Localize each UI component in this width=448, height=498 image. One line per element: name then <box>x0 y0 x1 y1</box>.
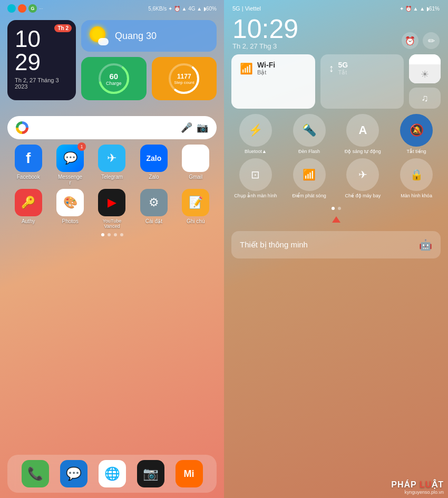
phone-icon: 📞 <box>22 460 49 487</box>
camera-search-icon[interactable]: 📷 <box>197 122 208 133</box>
messenger-label: Messenger <box>58 174 82 186</box>
gmail-icon: ✉ <box>182 145 209 172</box>
weather-widget[interactable]: Quang 30 <box>81 20 217 52</box>
toggle-brightness[interactable]: A <box>346 114 379 147</box>
watermark-at: ẬT <box>432 480 444 489</box>
watermark-luat: LU <box>420 480 432 489</box>
screenshot-label: Chụp ảnh màn hình <box>234 193 277 198</box>
dock-phone[interactable]: 📞 <box>17 460 54 487</box>
dot-1 <box>101 233 104 236</box>
charge-label: Charge <box>106 81 122 86</box>
app-zalo[interactable]: Zalo Zalo <box>135 145 172 186</box>
toggle-hotspot-wrap: 📶 Điểm phát sóng <box>285 158 334 198</box>
left-panel: G ··· 5,6KB/s ✦ ⏰ ▲ 4G ▲ ◗60% Th 2 1029 … <box>0 0 224 498</box>
cc-dot-2 <box>338 207 341 210</box>
facebook-icon: f <box>15 145 42 172</box>
cc-clock-icon[interactable]: ⏰ <box>402 32 418 49</box>
toggle-lockscreen-wrap: 🔒 Màn hình khóa <box>392 158 441 198</box>
toggle-flash[interactable]: 🔦 <box>293 114 326 147</box>
mic-icon[interactable]: 🎤 <box>181 122 192 133</box>
airplane-icon: ✈ <box>358 168 367 181</box>
search-bar[interactable]: 🎤 📷 <box>7 116 217 139</box>
cc-network-row: 📶 Wi-Fi Bật ↕ 5G Tắt <box>231 54 441 109</box>
steps-label: Step count <box>174 80 194 85</box>
app-row-2: 🔑 Authy 🎨 Photos ▶ YouTubeVanced ⚙ <box>7 189 217 229</box>
charge-circle: 60 Charge <box>98 62 130 95</box>
dot-3 <box>114 233 117 236</box>
cc-5g-button[interactable]: ↕ 5G Tắt <box>320 54 404 109</box>
date-widget[interactable]: Th 2 1029 Th 2, 27 Tháng 3 2023 <box>7 20 76 100</box>
dot-4 <box>120 233 123 236</box>
arrow-up-svg <box>330 214 343 227</box>
app-photos[interactable]: 🎨 Photos <box>52 189 89 229</box>
dock-messages[interactable]: 💬 <box>55 460 92 487</box>
month-badge: Th 2 <box>54 24 72 32</box>
toggle-airplane[interactable]: ✈ <box>346 158 379 191</box>
date-display: Th 2, 27 Tháng 3 2023 <box>15 77 69 90</box>
steps-widget[interactable]: 1177 Step count <box>152 57 217 100</box>
notes-icon: 📝 <box>182 189 209 216</box>
app-authy[interactable]: 🔑 Authy <box>10 189 47 229</box>
charge-number: 60 <box>109 72 118 81</box>
cc-date-display: Th 2, 27 Thg 3 <box>232 42 298 53</box>
app-facebook[interactable]: f Facebook <box>10 145 47 186</box>
zalo-label: Zalo <box>149 174 159 180</box>
auto-brightness-icon: A <box>358 123 367 137</box>
toggle-screenshot[interactable]: ⊡ <box>239 158 272 191</box>
cc-music-btn[interactable]: ♫ <box>409 88 441 109</box>
cc-dot-1 <box>332 207 335 210</box>
steps-circle: 1177 Step count <box>168 62 200 95</box>
toggle-bluetooth[interactable]: ⚡ <box>239 114 272 147</box>
cc-top-icons: ⏰ ✏ <box>402 32 440 53</box>
wifi-icon: 📶 <box>240 62 253 75</box>
smart-device-icon: 🤖 <box>419 238 432 251</box>
cc-wifi-button[interactable]: 📶 Wi-Fi Bật <box>231 54 315 109</box>
app-youtube[interactable]: ▶ YouTubeVanced <box>93 189 130 229</box>
toggle-screenshot-wrap: ⊡ Chụp ảnh màn hình <box>231 158 280 198</box>
mute-label: Tắt tiếng <box>407 149 426 154</box>
authy-icon: 🔑 <box>15 189 42 216</box>
cc-edit-icon[interactable]: ✏ <box>423 32 440 49</box>
toggle-mute[interactable]: 🔕 <box>400 114 433 147</box>
telegram-icon: ✈ <box>98 145 125 172</box>
cc-small-btns: ☀ ♫ <box>409 54 441 109</box>
brightness-auto-label: Độ sáng tự động <box>345 149 381 154</box>
wifi-subtitle: Bật <box>257 69 275 76</box>
dock-camera[interactable]: 📷 <box>132 460 169 487</box>
5g-subtitle: Tắt <box>338 69 348 76</box>
5g-icon: ↕ <box>329 62 334 74</box>
youtube-icon: ▶ <box>98 189 125 216</box>
toggle-bluetooth-wrap: ⚡ Bluetoot▲ <box>231 114 280 154</box>
chrome-icon: 🌐 <box>99 460 126 487</box>
authy-label: Authy <box>22 218 35 224</box>
bluetooth-label: Bluetoot▲ <box>245 149 267 154</box>
toggle-hotspot[interactable]: 📶 <box>293 158 326 191</box>
app-telegram[interactable]: ✈ Telegram <box>93 145 130 186</box>
flash-icon: 🔦 <box>302 123 316 137</box>
bottom-dock: 📞 💬 🌐 📷 Mi <box>7 455 217 493</box>
app-row-1: f Facebook 💬 1 Messenger ✈ Telegram Zal <box>7 145 217 186</box>
dock-chrome[interactable]: 🌐 <box>94 460 131 487</box>
network-label: 5G | Viettel <box>232 5 261 12</box>
music-icon: ♫ <box>421 93 428 104</box>
status-bar-right: 5G | Viettel ✦ ⏰ ▲ ▲ ◗61% <box>224 0 448 14</box>
mute-icon: 🔕 <box>410 123 424 137</box>
app-notes[interactable]: 📝 Ghi chú <box>177 189 214 229</box>
toggle-lockscreen[interactable]: 🔒 <box>400 158 433 191</box>
messenger-icon: 💬 1 <box>56 145 84 172</box>
app-settings[interactable]: ⚙ Cài đặt <box>135 189 172 229</box>
settings-label: Cài đặt <box>145 218 162 224</box>
cc-smart-devices[interactable]: Thiết bị thông minh 🤖 <box>231 231 441 258</box>
cc-brightness-btn[interactable]: ☀ <box>409 54 441 83</box>
charge-widget[interactable]: 60 Charge <box>81 57 147 100</box>
app-messenger[interactable]: 💬 1 Messenger <box>52 145 89 186</box>
status-icons-right: ✦ ⏰ ▲ ▲ ◗61% <box>400 6 440 12</box>
cc-toggles-row1: ⚡ Bluetoot▲ 🔦 Đèn Flash A Độ sáng tự độn… <box>231 114 441 154</box>
gmail-label: Gmail <box>189 174 202 180</box>
watermark-title: PHÁP LUẬT <box>391 480 444 490</box>
watermark-sub: kynguyenso.plo.vn <box>391 490 444 495</box>
cc-time-row: 10:29 Th 2, 27 Thg 3 ⏰ ✏ <box>231 14 441 54</box>
app-gmail[interactable]: ✉ Gmail <box>177 145 214 186</box>
status-app-icons: G ··· <box>7 4 43 13</box>
dock-xiaomi[interactable]: Mi <box>171 460 208 487</box>
